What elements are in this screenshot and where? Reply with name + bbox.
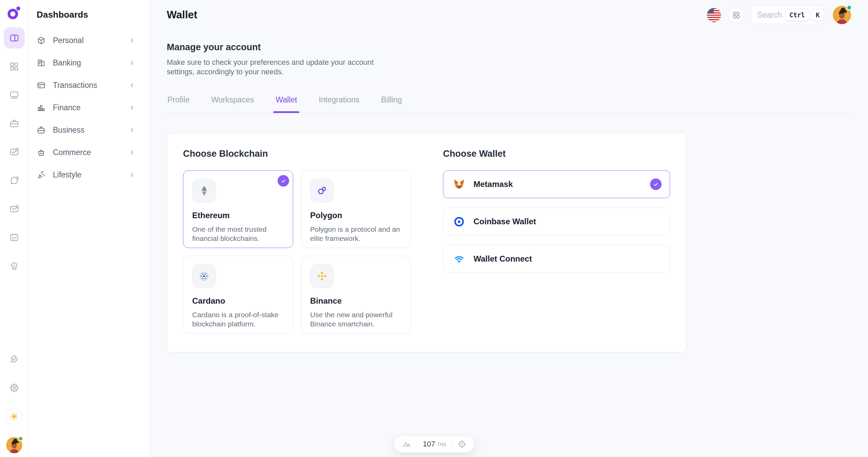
tab-billing[interactable]: Billing bbox=[381, 95, 403, 112]
wallet-option-wallet-connect[interactable]: Wallet Connect bbox=[443, 245, 670, 273]
sidebar-nav: Personal Banking Transactions Finance Bu… bbox=[37, 34, 136, 182]
coinbase-icon bbox=[453, 216, 465, 228]
sidebar-item-label: Lifestyle bbox=[53, 170, 81, 179]
choose-blockchain-heading: Choose Blockchain bbox=[183, 149, 411, 159]
sidebar-item-label: Business bbox=[53, 126, 84, 135]
rail-item-analytics[interactable] bbox=[4, 141, 25, 163]
rail-item-panels[interactable] bbox=[4, 27, 25, 49]
blockchain-description: Use the new and powerful Binance smartch… bbox=[310, 310, 402, 328]
sidebar-item-lifestyle[interactable]: Lifestyle bbox=[37, 168, 136, 182]
section-heading: Manage your account bbox=[167, 42, 851, 53]
chevron-left-icon bbox=[128, 149, 136, 156]
walletconnect-icon bbox=[453, 253, 465, 265]
rail-nav bbox=[4, 27, 25, 277]
metamask-icon bbox=[453, 178, 465, 190]
sidebar: Dashboards Personal Banking Transactions… bbox=[28, 0, 149, 457]
wallet-name: Wallet Connect bbox=[473, 254, 532, 264]
rail-user-avatar[interactable] bbox=[6, 437, 22, 453]
briefcase-icon bbox=[9, 118, 19, 129]
rail-item-mail[interactable] bbox=[4, 198, 25, 220]
tab-wallet[interactable]: Wallet bbox=[275, 95, 298, 112]
blockchain-icon-box bbox=[192, 179, 216, 203]
apps-grid-icon bbox=[732, 11, 741, 19]
briefcase-round-icon bbox=[37, 126, 46, 135]
analytics-icon bbox=[9, 147, 19, 157]
webcam-icon bbox=[9, 261, 19, 271]
credit-card-icon bbox=[37, 81, 46, 90]
sidebar-item-label: Banking bbox=[53, 58, 81, 68]
user-avatar[interactable] bbox=[833, 6, 851, 24]
cardano-icon bbox=[198, 270, 210, 282]
blockchain-icon-box bbox=[192, 264, 216, 288]
topbar: Wallet Ctrl K bbox=[167, 5, 851, 24]
crosshair-icon[interactable] bbox=[458, 440, 467, 449]
blockchain-name: Ethereum bbox=[192, 211, 284, 220]
rail-bottom bbox=[4, 349, 25, 453]
chevron-left-icon bbox=[128, 59, 136, 66]
sidebar-item-label: Transactions bbox=[53, 81, 97, 90]
search-input[interactable] bbox=[757, 11, 783, 20]
theme-toggle-button[interactable] bbox=[6, 408, 22, 424]
online-status-dot bbox=[18, 436, 23, 441]
kbd-k: K bbox=[811, 9, 824, 21]
tab-workspaces[interactable]: Workspaces bbox=[210, 95, 255, 112]
main-content: Wallet Ctrl K Manage your account Make s… bbox=[149, 0, 868, 457]
selected-check-badge bbox=[278, 175, 289, 187]
choose-wallet-heading: Choose Wallet bbox=[443, 149, 670, 159]
settings-tabs: ProfileWorkspacesWalletIntegrationsBilli… bbox=[167, 95, 851, 113]
blockchain-card-ethereum[interactable]: Ethereum One of the most trusted financi… bbox=[183, 170, 293, 248]
chat-icon bbox=[9, 175, 19, 186]
rail-item-work[interactable] bbox=[4, 113, 25, 134]
sidebar-item-banking[interactable]: Banking bbox=[37, 56, 136, 70]
binance-icon bbox=[316, 270, 328, 282]
rail-item-apps[interactable] bbox=[4, 56, 25, 77]
tab-integrations[interactable]: Integrations bbox=[318, 95, 360, 112]
divider bbox=[452, 441, 452, 447]
selected-check-badge bbox=[650, 178, 662, 190]
us-flag-icon bbox=[707, 8, 721, 22]
sun-icon bbox=[9, 412, 19, 421]
gear-icon bbox=[9, 383, 19, 393]
payment-icon bbox=[9, 90, 19, 100]
sidebar-item-label: Commerce bbox=[53, 148, 91, 157]
calendar-icon bbox=[9, 232, 19, 243]
search-box[interactable]: Ctrl K bbox=[751, 6, 824, 24]
sidebar-item-label: Personal bbox=[53, 36, 84, 45]
sidebar-item-commerce[interactable]: Commerce bbox=[37, 146, 136, 159]
rail-item-calendar[interactable] bbox=[4, 227, 25, 248]
confetti-icon bbox=[37, 170, 46, 179]
sidebar-item-personal[interactable]: Personal bbox=[37, 34, 136, 47]
rail-item-chat[interactable] bbox=[4, 170, 25, 191]
rail-item-webcam[interactable] bbox=[4, 255, 25, 277]
rail-item-design[interactable] bbox=[4, 349, 25, 370]
choose-wallet-section: Choose Wallet Metamask Coinbase Wallet W… bbox=[443, 149, 670, 337]
online-status-dot bbox=[846, 5, 852, 11]
blockchain-grid: Ethereum One of the most trusted financi… bbox=[183, 170, 411, 334]
blockchain-name: Binance bbox=[310, 296, 402, 306]
sidebar-item-transactions[interactable]: Transactions bbox=[37, 78, 136, 92]
blockchain-card-polygon[interactable]: Polygon Polygon is a protocol and an eli… bbox=[301, 170, 411, 248]
apps-grid-button[interactable] bbox=[728, 7, 744, 23]
ethereum-icon bbox=[198, 185, 210, 197]
rail-item-payments[interactable] bbox=[4, 84, 25, 106]
sidebar-item-business[interactable]: Business bbox=[37, 123, 136, 137]
page-title: Wallet bbox=[167, 9, 197, 21]
wallet-panel: Choose Blockchain Ethereum One of the mo… bbox=[167, 133, 686, 353]
rail-item-settings[interactable] bbox=[4, 377, 25, 398]
grid-icon bbox=[9, 61, 19, 72]
blockchain-card-cardano[interactable]: Cardano Cardano is a proof-of-stake bloc… bbox=[183, 256, 293, 334]
blockchain-icon-box bbox=[310, 179, 334, 203]
chevron-left-icon bbox=[128, 127, 136, 134]
language-flag-button[interactable] bbox=[707, 8, 721, 22]
blockchain-card-binance[interactable]: Binance Use the new and powerful Binance… bbox=[301, 256, 411, 334]
sidebar-item-finance[interactable]: Finance bbox=[37, 101, 136, 114]
wallet-option-coinbase-wallet[interactable]: Coinbase Wallet bbox=[443, 208, 670, 235]
chevron-left-icon bbox=[128, 104, 136, 111]
wallet-option-metamask[interactable]: Metamask bbox=[443, 170, 670, 198]
tab-profile[interactable]: Profile bbox=[167, 95, 190, 112]
sidebar-title: Dashboards bbox=[37, 9, 136, 20]
panels-icon bbox=[9, 33, 19, 43]
blockchain-icon-box bbox=[310, 264, 334, 288]
latency-status-pill: 107 ms bbox=[394, 436, 474, 453]
wallet-name: Coinbase Wallet bbox=[473, 217, 536, 226]
